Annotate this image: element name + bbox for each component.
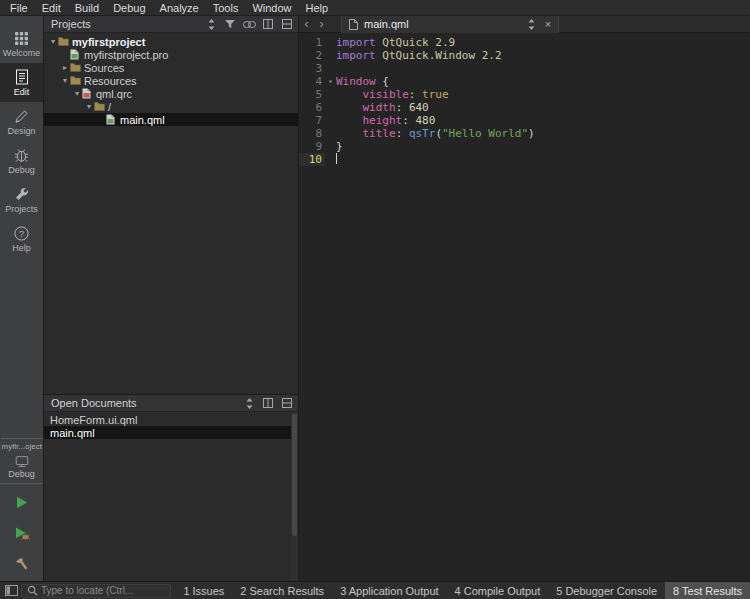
locator[interactable] (21, 584, 171, 598)
menu-analyze[interactable]: Analyze (153, 1, 206, 15)
output-pane-5-debugger-console[interactable]: 5 Debugger Console (548, 582, 665, 599)
close-panel-icon[interactable] (280, 18, 294, 31)
menu-help[interactable]: Help (299, 1, 336, 15)
code-line[interactable]: visible: true (336, 88, 750, 101)
chevron-down-icon[interactable]: ▾ (72, 87, 82, 100)
combo-arrows-icon[interactable] (242, 397, 256, 410)
projects-panel-header[interactable]: Projects (44, 16, 298, 33)
fold-placeholder (325, 88, 336, 101)
nav-forward-icon[interactable]: › (314, 17, 329, 32)
mode-item-label: Welcome (3, 48, 40, 58)
tree-row-myfirstproject[interactable]: ▾myfirstproject (44, 35, 298, 48)
code-line[interactable] (336, 62, 750, 75)
tree-row-main-qml[interactable]: main.qml (44, 113, 298, 126)
tree-item-label: Sources (83, 62, 124, 74)
help-mode-icon: ? (14, 225, 30, 241)
document-dropdown-icon[interactable] (524, 18, 538, 31)
tab-close-icon[interactable]: × (542, 18, 554, 30)
chevron-right-icon[interactable]: ▸ (60, 61, 70, 74)
build-hammer-icon (14, 557, 29, 574)
line-number: 1 (299, 36, 325, 49)
projects-panel: Projects ▾myfirstprojectmyfirstproject.p… (44, 16, 298, 394)
code-line[interactable]: height: 480 (336, 114, 750, 127)
chevron-down-icon[interactable]: ▾ (48, 35, 58, 48)
code-line[interactable]: Window { (336, 75, 750, 88)
open-documents-header-icons (242, 397, 294, 410)
fold-placeholder (325, 101, 336, 114)
nav-back-icon[interactable]: ‹ (299, 17, 314, 32)
mode-item-debug[interactable]: Debug (0, 141, 43, 180)
menu-build[interactable]: Build (68, 1, 106, 15)
code-line[interactable]: import QtQuick 2.9 (336, 36, 750, 49)
scrollbar-thumb[interactable] (292, 414, 297, 536)
edit-mode-icon (14, 69, 30, 85)
fold-placeholder (325, 62, 336, 75)
link-with-editor-icon[interactable] (242, 18, 256, 31)
fold-placeholder (325, 36, 336, 49)
tree-row-root[interactable]: ▾/ (44, 100, 298, 113)
output-pane-3-application-output[interactable]: 3 Application Output (332, 582, 446, 599)
mode-item-projects[interactable]: Projects (0, 180, 43, 219)
mode-item-edit[interactable]: Edit (0, 63, 43, 102)
fold-placeholder (325, 153, 336, 166)
document-label: HomeForm.ui.qml (50, 414, 137, 426)
code-line[interactable]: title: qsTr("Hello World") (336, 127, 750, 140)
debug-run-button[interactable] (10, 522, 34, 546)
line-number: 9 (299, 140, 325, 153)
menu-edit[interactable]: Edit (35, 1, 68, 15)
split-icon[interactable] (261, 18, 275, 31)
menu-debug[interactable]: Debug (106, 1, 152, 15)
open-documents-header[interactable]: Open Documents (44, 395, 298, 412)
mode-item-welcome[interactable]: Welcome (0, 24, 43, 63)
open-document-main-qml[interactable]: main.qml (44, 426, 298, 439)
app-window: FileEditBuildDebugAnalyzeToolsWindowHelp… (0, 0, 750, 599)
folder-icon (94, 102, 107, 111)
output-pane-4-compile-output[interactable]: 4 Compile Output (447, 582, 549, 599)
editor-body[interactable]: 12345678910 ▾ import QtQuick 2.9import Q… (299, 33, 750, 581)
fold-column: ▾ (325, 36, 336, 581)
build-button[interactable] (10, 553, 34, 577)
output-pane-8-test-results[interactable]: 8 Test Results (665, 582, 750, 599)
chevron-down-icon[interactable]: ▾ (84, 100, 94, 113)
code-line[interactable]: width: 640 (336, 101, 750, 114)
code-area[interactable]: import QtQuick 2.9import QtQuick.Window … (336, 36, 750, 581)
project-kit-label: myfir...oject (1, 438, 43, 453)
editor-tabbar: ‹ › main.qml × (299, 16, 750, 33)
status-bar: 1 Issues2 Search Results3 Application Ou… (0, 581, 750, 599)
output-pane-1-issues[interactable]: 1 Issues (175, 582, 232, 599)
run-button[interactable] (10, 491, 34, 515)
mode-item-label: Debug (8, 165, 35, 175)
menu-window[interactable]: Window (245, 1, 298, 15)
editor-tab-main-qml[interactable]: main.qml × (341, 16, 559, 33)
menu-tools[interactable]: Tools (206, 1, 246, 15)
code-line[interactable]: import QtQuick.Window 2.2 (336, 49, 750, 62)
filter-icon[interactable] (223, 18, 237, 31)
chevron-down-icon[interactable]: ▾ (60, 74, 70, 87)
close-panel-icon[interactable] (280, 397, 294, 410)
editor: ‹ › main.qml × 12345678910 ▾ import QtQu… (299, 16, 750, 581)
sidebar-bottom: myfir...oject Debug (0, 438, 43, 581)
folder-icon (58, 37, 71, 46)
sidebar-toggle-icon[interactable] (3, 584, 19, 598)
fold-placeholder (325, 140, 336, 153)
open-documents-scrollbar[interactable] (291, 412, 298, 581)
output-panes: 1 Issues2 Search Results3 Application Ou… (175, 582, 750, 599)
combo-arrows-icon[interactable] (204, 18, 218, 31)
mode-item-design[interactable]: Design (0, 102, 43, 141)
tree-row-sources[interactable]: ▸Sources (44, 61, 298, 74)
target-selector[interactable]: Debug (0, 453, 43, 484)
qrc-file-icon (82, 88, 95, 99)
tree-row-myfirstproject-pro[interactable]: myfirstproject.pro (44, 48, 298, 61)
code-line[interactable] (336, 153, 750, 166)
menu-file[interactable]: File (3, 1, 35, 15)
mode-item-help[interactable]: ?Help (0, 219, 43, 258)
tree-row-qml-qrc[interactable]: ▾qml.qrc (44, 87, 298, 100)
output-pane-2-search-results[interactable]: 2 Search Results (232, 582, 332, 599)
code-line[interactable]: } (336, 140, 750, 153)
text-cursor (336, 153, 337, 164)
tree-row-resources[interactable]: ▾Resources (44, 74, 298, 87)
open-document-homeform-ui-qml[interactable]: HomeForm.ui.qml (44, 413, 298, 426)
fold-marker-icon[interactable]: ▾ (325, 75, 336, 88)
split-icon[interactable] (261, 397, 275, 410)
locator-input[interactable] (41, 585, 159, 596)
